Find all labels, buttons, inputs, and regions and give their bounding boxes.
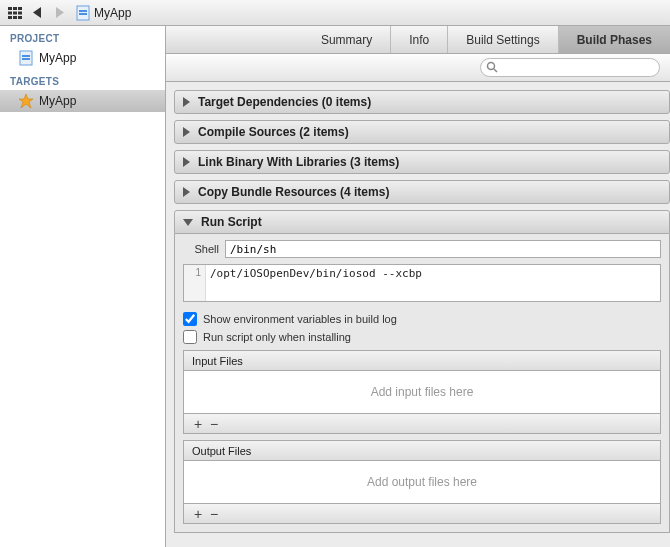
svg-rect-5 (18, 11, 22, 14)
project-icon (18, 50, 34, 66)
svg-rect-15 (22, 55, 30, 57)
input-files-panel: Input Files Add input files here + − (183, 350, 661, 434)
input-files-header[interactable]: Input Files (183, 350, 661, 370)
nav-back-icon[interactable] (26, 3, 48, 23)
script-editor[interactable]: 1 /opt/iOSOpenDev/bin/iosod --xcbp (183, 264, 661, 302)
search-input[interactable] (480, 58, 660, 77)
svg-line-19 (494, 69, 497, 72)
svg-rect-13 (79, 13, 87, 15)
build-phases-list: Target Dependencies (0 items) Compile So… (166, 82, 670, 547)
sidebar: PROJECT MyApp TARGETS MyApp (0, 26, 166, 547)
svg-marker-17 (19, 94, 33, 108)
nav-forward-icon[interactable] (48, 3, 70, 23)
tab-info[interactable]: Info (390, 26, 447, 53)
phase-link-binary: Link Binary With Libraries (3 items) (174, 150, 670, 174)
disclosure-icon (183, 157, 190, 167)
svg-rect-7 (13, 16, 17, 19)
phase-title: Copy Bundle Resources (4 items) (198, 185, 389, 199)
svg-rect-2 (18, 7, 22, 10)
input-files-body[interactable]: Add input files here (183, 370, 661, 414)
script-content: /opt/iOSOpenDev/bin/iosod --xcbp (206, 265, 660, 301)
phase-title: Target Dependencies (0 items) (198, 95, 371, 109)
checkbox-label: Run script only when installing (203, 331, 351, 343)
svg-marker-9 (33, 7, 41, 18)
svg-point-18 (488, 63, 495, 70)
phase-header[interactable]: Run Script (174, 210, 670, 234)
add-button[interactable]: + (190, 417, 206, 431)
input-files-footer: + − (183, 414, 661, 434)
output-files-body[interactable]: Add output files here (183, 460, 661, 504)
sidebar-header-targets: TARGETS (0, 69, 165, 90)
tab-build-phases[interactable]: Build Phases (558, 26, 670, 53)
svg-rect-6 (8, 16, 12, 19)
svg-rect-4 (13, 11, 17, 14)
svg-rect-1 (13, 7, 17, 10)
sidebar-header-project: PROJECT (0, 26, 165, 47)
tab-summary[interactable]: Summary (303, 26, 390, 53)
svg-rect-0 (8, 7, 12, 10)
tab-bar: Summary Info Build Settings Build Phases (166, 26, 670, 54)
output-files-footer: + − (183, 504, 661, 524)
phase-header[interactable]: Copy Bundle Resources (4 items) (174, 180, 670, 204)
phase-title: Run Script (201, 215, 262, 229)
tab-build-settings[interactable]: Build Settings (447, 26, 557, 53)
search-bar (166, 54, 670, 82)
breadcrumb[interactable]: MyApp (76, 5, 131, 21)
disclosure-icon (183, 127, 190, 137)
add-button[interactable]: + (190, 507, 206, 521)
checkbox-label: Show environment variables in build log (203, 313, 397, 325)
sidebar-item-target[interactable]: MyApp (0, 90, 165, 112)
phase-target-dependencies: Target Dependencies (0 items) (174, 90, 670, 114)
phase-header[interactable]: Link Binary With Libraries (3 items) (174, 150, 670, 174)
sidebar-item-project[interactable]: MyApp (0, 47, 165, 69)
search-icon (486, 61, 498, 73)
shell-field[interactable] (225, 240, 661, 258)
svg-rect-3 (8, 11, 12, 14)
checkbox-only-install[interactable]: Run script only when installing (183, 330, 661, 344)
svg-rect-12 (79, 10, 87, 12)
breadcrumb-title: MyApp (94, 6, 131, 20)
phase-header[interactable]: Compile Sources (2 items) (174, 120, 670, 144)
shell-label: Shell (183, 243, 219, 255)
output-files-header[interactable]: Output Files (183, 440, 661, 460)
svg-rect-16 (22, 58, 30, 60)
disclosure-icon (183, 219, 193, 226)
svg-marker-10 (56, 7, 64, 18)
disclosure-icon (183, 97, 190, 107)
target-icon (18, 93, 34, 109)
sidebar-item-label: MyApp (39, 51, 76, 65)
line-gutter: 1 (184, 265, 206, 301)
phase-title: Compile Sources (2 items) (198, 125, 349, 139)
view-grid-icon[interactable] (4, 3, 26, 23)
phase-compile-sources: Compile Sources (2 items) (174, 120, 670, 144)
output-files-panel: Output Files Add output files here + − (183, 440, 661, 524)
checkbox-input[interactable] (183, 330, 197, 344)
remove-button[interactable]: − (206, 417, 222, 431)
sidebar-item-label: MyApp (39, 94, 76, 108)
phase-run-script: Run Script Shell 1 /opt/iOSOpenDev/bin/i… (174, 210, 670, 533)
project-icon (76, 5, 90, 21)
disclosure-icon (183, 187, 190, 197)
toolbar: MyApp (0, 0, 670, 26)
svg-rect-8 (18, 16, 22, 19)
remove-button[interactable]: − (206, 507, 222, 521)
checkbox-show-env[interactable]: Show environment variables in build log (183, 312, 661, 326)
phase-header[interactable]: Target Dependencies (0 items) (174, 90, 670, 114)
phase-body: Shell 1 /opt/iOSOpenDev/bin/iosod --xcbp… (174, 234, 670, 533)
content: Summary Info Build Settings Build Phases… (166, 26, 670, 547)
checkbox-input[interactable] (183, 312, 197, 326)
phase-copy-bundle: Copy Bundle Resources (4 items) (174, 180, 670, 204)
search-box (480, 58, 660, 77)
phase-title: Link Binary With Libraries (3 items) (198, 155, 399, 169)
